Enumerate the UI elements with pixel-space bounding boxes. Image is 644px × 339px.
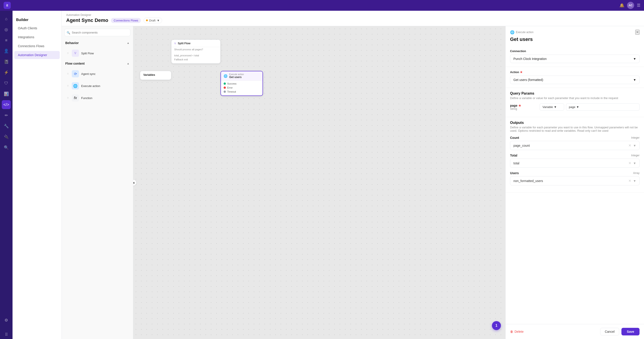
count-clear-icon[interactable]: ✕ bbox=[628, 143, 631, 148]
nav-connections-flows[interactable]: Connections Flows bbox=[14, 42, 60, 50]
connection-value: Punch Clock Integration bbox=[514, 57, 547, 60]
timeout-dot-icon bbox=[224, 90, 226, 93]
count-output-name: Count bbox=[510, 136, 519, 140]
avatar[interactable]: AC bbox=[627, 2, 634, 9]
connection-select[interactable]: Punch Clock Integration ▼ bbox=[510, 54, 640, 63]
count-output-value: page_count bbox=[514, 144, 530, 147]
sidebar-item-edit[interactable]: ✏ bbox=[2, 111, 11, 120]
query-params-section: Query Params Define a variable or value … bbox=[506, 88, 644, 117]
save-button[interactable]: Save bbox=[622, 328, 640, 336]
behavior-title: Behavior bbox=[65, 41, 79, 45]
drag-handle-icon-4: ⠿ bbox=[67, 97, 69, 99]
draft-status[interactable]: Draft ▼ bbox=[144, 18, 162, 23]
execute-action-node-title: Get users bbox=[229, 76, 244, 79]
action-select[interactable]: Get users (formatted) ▼ bbox=[510, 76, 640, 84]
variables-node[interactable]: Variables bbox=[140, 71, 171, 80]
menu-icon[interactable]: ☰ bbox=[637, 3, 640, 8]
sidebar-item-tools[interactable]: 🔧 bbox=[2, 122, 11, 130]
connection-section: Connection Punch Clock Integration ▼ bbox=[506, 46, 644, 67]
sidebar-item-flows[interactable]: ≡ bbox=[2, 36, 11, 45]
bell-icon[interactable]: 🔔 bbox=[620, 3, 624, 8]
sidebar-item-settings[interactable]: ⚙ bbox=[2, 316, 11, 325]
users-output-value: non_formatted_users bbox=[514, 179, 543, 183]
close-button[interactable]: ✕ bbox=[635, 30, 640, 35]
connections-flows-badge[interactable]: Connections Flows bbox=[111, 18, 141, 23]
builder-title: Builder bbox=[12, 14, 62, 24]
split-flow-node-icon: ⑂ bbox=[174, 42, 176, 45]
behavior-chevron-icon: ▲ bbox=[127, 41, 130, 44]
sidebar-item-grid[interactable]: ⠿ bbox=[2, 330, 11, 339]
panel-header: 🌐 Execute action ✕ bbox=[506, 26, 644, 36]
sidebar-item-home[interactable]: ⌂ bbox=[2, 14, 11, 23]
count-output-type: Integer bbox=[631, 136, 640, 139]
split-flow-node-body: total_processed < total Fallback exit bbox=[172, 52, 220, 63]
total-output-type: Integer bbox=[631, 154, 640, 157]
split-flow-port-2: Fallback exit bbox=[174, 58, 218, 62]
users-output-input[interactable]: non_formatted_users ✕ ▼ bbox=[510, 176, 640, 186]
nav-oauth-clients[interactable]: OAuth Clients bbox=[14, 24, 60, 32]
split-flow-fallback-label: Fallback exit bbox=[174, 58, 188, 61]
floating-badge[interactable]: 1 bbox=[492, 321, 501, 330]
execute-action-node-type: Execute action bbox=[229, 73, 244, 76]
cancel-button[interactable]: Cancel bbox=[600, 328, 620, 336]
sidebar-item-security[interactable]: 🛡 bbox=[2, 79, 11, 88]
execute-action-node-body: Success Error Timeout bbox=[221, 81, 262, 96]
collapse-icon: ◀ bbox=[133, 181, 134, 184]
sidebar-item-deploy[interactable]: ⚡ bbox=[2, 68, 11, 77]
panel-footer: 🗑 Delete Cancel Save bbox=[506, 324, 644, 339]
function-item[interactable]: ⠿ fx Function bbox=[64, 92, 131, 104]
outputs-desc: Define a variable for each parameter you… bbox=[510, 126, 640, 132]
sidebar-item-users[interactable]: 👤 bbox=[2, 46, 11, 56]
total-clear-icon[interactable]: ✕ bbox=[628, 161, 631, 165]
outputs-section: Outputs Define a variable for each param… bbox=[506, 117, 644, 193]
total-expand-icon[interactable]: ▼ bbox=[633, 162, 636, 165]
nav-automation-designer[interactable]: Automation Designer bbox=[14, 51, 60, 59]
search-input[interactable] bbox=[64, 29, 130, 36]
badge-number: 1 bbox=[496, 324, 498, 328]
content-layout: 🔍 Behavior ▲ ⠿ ⑂ Split Flow Flow content… bbox=[62, 26, 644, 339]
flow-content-items: ⠿ ⟳ Agent sync ⠿ 🌐 Execute action ⠿ fx F… bbox=[62, 68, 133, 104]
action-section: Action ★ Get users (formatted) ▼ bbox=[506, 67, 644, 88]
split-flow-item[interactable]: ⠿ ⑂ Split Flow bbox=[64, 48, 131, 59]
sidebar-item-analytics[interactable]: 📊 bbox=[2, 90, 11, 98]
agent-sync-label: Agent sync bbox=[81, 72, 96, 76]
split-flow-node[interactable]: ⑂ Split Flow Should process all pages? t… bbox=[171, 40, 220, 64]
users-expand-icon[interactable]: ▼ bbox=[633, 179, 636, 183]
draft-chevron-icon: ▼ bbox=[157, 19, 160, 22]
execute-action-node-icon: 🌐 bbox=[224, 74, 228, 78]
sidebar-item-connections[interactable]: ◎ bbox=[2, 25, 11, 34]
behavior-section-header[interactable]: Behavior ▲ bbox=[62, 39, 133, 47]
count-expand-icon[interactable]: ▼ bbox=[633, 144, 636, 147]
nav-integrations[interactable]: Integrations bbox=[14, 33, 60, 41]
sidebar-item-code[interactable]: </> bbox=[2, 100, 11, 109]
connection-label: Connection bbox=[510, 50, 640, 53]
execute-action-item[interactable]: ⠿ 🌐 Execute action bbox=[64, 80, 131, 92]
page-param-name: page ★ bbox=[510, 104, 537, 107]
app-logo[interactable]: it bbox=[4, 2, 11, 9]
sidebar-item-docs[interactable]: 📓 bbox=[2, 57, 11, 66]
sidebar-item-plugins[interactable]: 🔌 bbox=[2, 132, 11, 141]
agent-sync-item[interactable]: ⠿ ⟳ Agent sync bbox=[64, 68, 131, 80]
page-value-select[interactable]: page ▼ bbox=[566, 103, 640, 111]
query-params-desc: Define a variable or value for each para… bbox=[510, 96, 640, 100]
panel-title: Get users bbox=[506, 36, 644, 46]
canvas-area[interactable]: ◀ Variables ⑂ bbox=[133, 26, 505, 339]
flow-content-section-header[interactable]: Flow content ▲ bbox=[62, 60, 133, 68]
total-output-input[interactable]: total ✕ ▼ bbox=[510, 158, 640, 168]
draft-label: Draft bbox=[149, 19, 156, 22]
globe-icon: 🌐 bbox=[510, 30, 514, 34]
sidebar-item-search[interactable]: 🔍 bbox=[2, 143, 11, 152]
execute-action-node[interactable]: 🌐 Execute action Get users Success Error bbox=[220, 71, 263, 96]
action-value: Get users (formatted) bbox=[514, 78, 543, 82]
page-input-type-select[interactable]: Variable ▼ bbox=[540, 103, 564, 111]
drag-handle-icon-2: ⠿ bbox=[67, 73, 69, 75]
users-clear-icon[interactable]: ✕ bbox=[628, 179, 631, 183]
count-output-input[interactable]: page_count ✕ ▼ bbox=[510, 141, 640, 150]
panel-collapse-btn[interactable]: ◀ bbox=[133, 180, 136, 186]
split-flow-port-1: total_processed < total bbox=[174, 54, 218, 58]
right-panel: 🌐 Execute action ✕ Get users Connection … bbox=[505, 26, 644, 339]
split-flow-label: Split Flow bbox=[81, 52, 94, 55]
delete-button[interactable]: 🗑 Delete bbox=[510, 330, 524, 334]
outputs-heading: Outputs bbox=[510, 121, 640, 125]
sidebar: ⌂ ◎ ≡ 👤 📓 ⚡ 🛡 📊 </> ✏ 🔧 🔌 🔍 ⚙ ⠿ bbox=[0, 0, 12, 339]
